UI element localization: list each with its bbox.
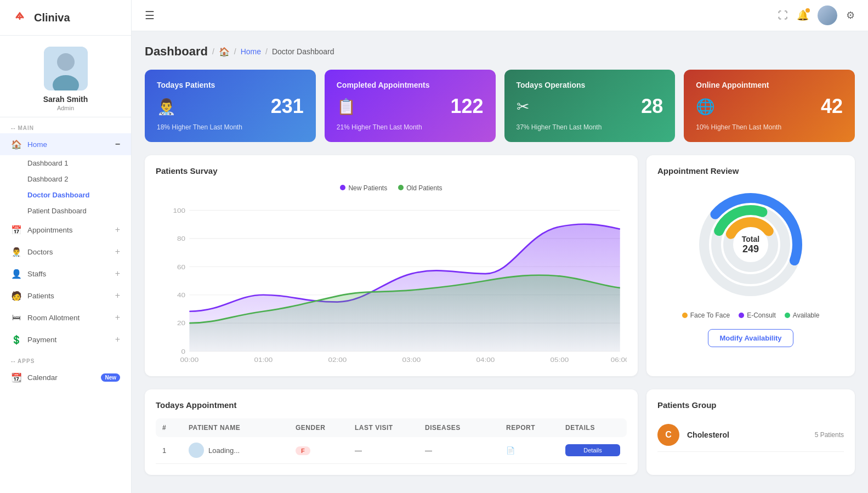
sub-dashboard1[interactable]: Dashboard 1	[27, 155, 131, 171]
svg-text:20: 20	[177, 320, 185, 327]
row-gender: F	[296, 446, 350, 455]
stat-card-3-sub: 37% Higher Then Last Month	[517, 123, 663, 131]
col-gender: Gender	[296, 424, 350, 432]
sidebar-appointments-label: Appointments	[27, 226, 115, 234]
stat-card-4-icon: 🌐	[696, 98, 715, 116]
donut-container: Total 249 Face To Face E-Consult	[657, 184, 844, 347]
sidebar-payment-label: Payment	[27, 336, 115, 344]
svg-text:05:00: 05:00	[550, 356, 569, 363]
sidebar-profile: Sarah Smith Admin	[0, 36, 131, 117]
staffs-icon: 👤	[11, 268, 22, 279]
svg-text:40: 40	[177, 292, 185, 299]
sub-dashboard2[interactable]: Dashboard 2	[27, 171, 131, 187]
topbar-avatar[interactable]	[818, 5, 837, 25]
breadcrumb-home-link[interactable]: Home	[241, 47, 261, 56]
sidebar-patients-label: Patients	[27, 292, 115, 300]
svg-text:06:00: 06:00	[611, 356, 627, 363]
sidebar-item-payment[interactable]: 💲 Payment +	[0, 328, 131, 350]
col-patient-name: Patient Name	[189, 424, 291, 432]
donut-legend: Face To Face E-Consult Available	[682, 311, 820, 319]
cliniva-logo-icon	[11, 9, 29, 26]
sidebar-item-home[interactable]: 🏠 Home −	[0, 133, 131, 155]
col-diseases: Diseases	[425, 424, 502, 432]
group-avatar-cholesterol: C	[657, 424, 679, 446]
svg-text:80: 80	[177, 235, 185, 242]
stat-card-2-title: Completed Appointments	[337, 81, 484, 89]
stat-card-3-bottom: ✂ 28	[517, 95, 663, 118]
bottom-row: Todays Appointment # Patient Name Gender…	[145, 389, 855, 475]
legend-new-patients: New Patients	[340, 184, 387, 192]
patient-avatar	[189, 443, 204, 458]
calendar-badge: New	[101, 373, 120, 382]
sidebar-home-label: Home	[27, 140, 115, 149]
legend-available: Available	[785, 311, 819, 319]
sidebar-item-doctors[interactable]: 👨‍⚕️ Doctors +	[0, 241, 131, 263]
row-diseases: —	[425, 446, 502, 455]
profile-role: Admin	[57, 105, 74, 111]
group-count-cholesterol: 5 Patients	[815, 431, 844, 439]
sub-doctor-dashboard[interactable]: Doctor Dashboard	[27, 187, 131, 203]
section-main-label: -- MAIN	[0, 117, 131, 133]
settings-icon[interactable]: ⚙	[846, 9, 855, 21]
row-last-visit: —	[355, 446, 421, 455]
stat-card-4-title: Online Appointment	[696, 81, 843, 89]
sub-patient-dashboard[interactable]: Patient Dashboard	[27, 203, 131, 219]
col-num: #	[162, 424, 184, 432]
expand-patients-icon: +	[115, 291, 120, 301]
sidebar-item-patients[interactable]: 🧑 Patients +	[0, 285, 131, 307]
page-title: Dashboard	[145, 44, 208, 59]
patients-group-card: Patients Group C Cholesterol 5 Patients	[646, 389, 855, 475]
sidebar-calendar-label: Calendar	[27, 373, 97, 382]
todays-appointment-title: Todays Appointment	[156, 400, 627, 410]
topbar-right: ⛶ 🔔 ⚙	[778, 5, 855, 25]
appointment-review-title: Appointment Review	[657, 166, 844, 175]
col-report: Report	[506, 424, 561, 432]
svg-text:02:00: 02:00	[328, 356, 347, 363]
group-item-cholesterol: C Cholesterol 5 Patients	[657, 418, 844, 452]
econsult-label: E-Consult	[747, 311, 776, 319]
stat-card-2-number: 122	[450, 95, 483, 118]
modify-availability-button[interactable]: Modify Availability	[708, 329, 793, 347]
stat-card-1-title: Todays Patients	[157, 81, 304, 89]
sidebar-logo: Cliniva	[0, 0, 131, 36]
legend-old-patients: Old Patients	[398, 184, 442, 192]
breadcrumb-current: Doctor Dashboard	[272, 47, 334, 56]
sidebar-item-appointments[interactable]: 📅 Appointments +	[0, 219, 131, 241]
sidebar-item-calendar[interactable]: 📆 Calendar New	[0, 366, 131, 388]
row-patient-name: Loading...	[189, 443, 291, 458]
table-header: # Patient Name Gender Last Visit Disease…	[156, 418, 627, 437]
expand-appointments-icon: +	[115, 225, 120, 235]
home-icon: 🏠	[11, 139, 22, 150]
econsult-dot	[739, 313, 744, 318]
patients-group-title: Patients Group	[657, 400, 844, 410]
topbar-left: ☰	[145, 9, 155, 22]
col-last-visit: Last Visit	[355, 424, 421, 432]
sidebar-item-staffs[interactable]: 👤 Staffs +	[0, 263, 131, 285]
patients-icon: 🧑	[11, 290, 22, 301]
notification-icon[interactable]: 🔔	[797, 9, 809, 21]
stat-cards-row: Todays Patients 👨‍⚕️ 231 18% Higher Then…	[145, 70, 855, 142]
available-label: Available	[793, 311, 819, 319]
doctors-icon: 👨‍⚕️	[11, 246, 22, 257]
stat-card-3-title: Todays Operations	[517, 81, 663, 89]
expand-icon[interactable]: ⛶	[778, 10, 788, 21]
breadcrumb-sep1: /	[212, 47, 214, 56]
donut-chart: Total 249	[690, 184, 811, 305]
sidebar-item-room-allotment[interactable]: 🛏 Room Allotment +	[0, 307, 131, 328]
hamburger-menu[interactable]: ☰	[145, 9, 155, 22]
legend-dot-new	[340, 185, 345, 190]
notification-dot	[805, 8, 810, 13]
stat-card-1-number: 231	[271, 95, 304, 118]
breadcrumb: Dashboard / 🏠 / Home / Doctor Dashboard	[145, 44, 855, 59]
stat-card-2-icon: 📋	[337, 98, 356, 116]
stat-card-1-icon: 👨‍⚕️	[157, 98, 176, 116]
svg-text:01:00: 01:00	[254, 356, 273, 363]
patients-survey-card: Patients Survay New Patients Old Patient…	[145, 155, 638, 376]
appointment-review-card: Appointment Review Total	[646, 155, 855, 376]
group-name-cholesterol: Cholesterol	[687, 430, 807, 439]
detail-button[interactable]: Details	[565, 444, 620, 456]
expand-room-icon: +	[115, 313, 120, 322]
breadcrumb-sep3: /	[265, 47, 268, 56]
stat-card-online-appointment: Online Appointment 🌐 42 10% Higher Then …	[684, 70, 855, 142]
room-allotment-icon: 🛏	[11, 312, 22, 323]
